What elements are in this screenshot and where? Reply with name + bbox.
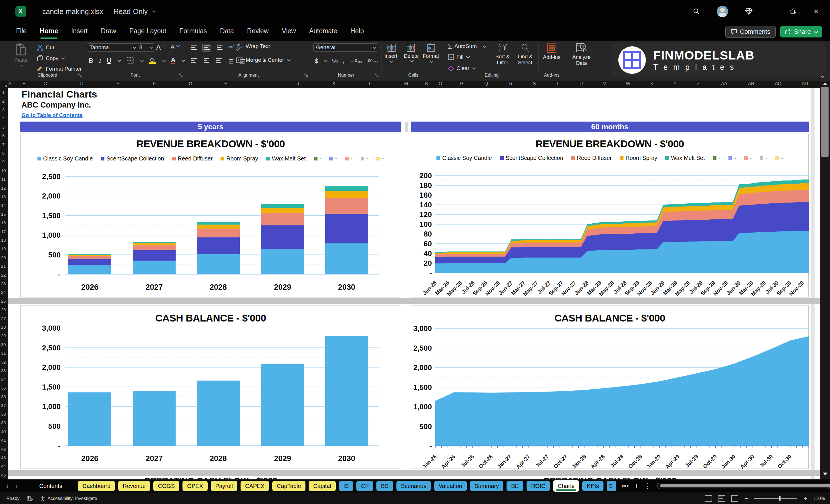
- zoom-out-button[interactable]: −: [744, 495, 748, 502]
- row-header-15[interactable]: 15: [0, 212, 7, 217]
- zoom-in-button[interactable]: +: [803, 495, 807, 502]
- chevron-down-icon[interactable]: [153, 9, 156, 13]
- row-header-4[interactable]: 4: [0, 116, 7, 121]
- analyze-data-button[interactable]: Analyze Data: [569, 43, 594, 66]
- row-header-32[interactable]: 32: [0, 359, 7, 365]
- accessibility-status[interactable]: Accessibility: Investigate: [40, 496, 97, 501]
- column-header-R[interactable]: R: [509, 81, 513, 86]
- restore-button[interactable]: [790, 8, 797, 15]
- next-sheet-icon[interactable]: ›: [15, 482, 18, 491]
- sheet-tab-kpis[interactable]: KPIs: [582, 481, 604, 491]
- row-header-11[interactable]: 11: [0, 177, 7, 182]
- zoom-slider[interactable]: [754, 498, 797, 499]
- row-header-13[interactable]: 13: [0, 194, 7, 199]
- grow-font-button[interactable]: A^: [156, 43, 164, 52]
- row-header-2[interactable]: 2: [0, 99, 7, 103]
- scroll-up-icon[interactable]: [823, 83, 827, 85]
- column-header-Q[interactable]: Q: [484, 81, 488, 86]
- wrap-text-button[interactable]: ab c Wrap Text: [236, 43, 270, 50]
- menu-tab-file[interactable]: File: [16, 27, 27, 37]
- column-header-Z[interactable]: Z: [697, 81, 700, 86]
- chart-revenue-breakdown-60m[interactable]: REVENUE BREAKDOWN - $'000 Classic Soy Ca…: [411, 133, 809, 297]
- menu-tab-home[interactable]: Home: [40, 27, 58, 37]
- table-of-contents-link[interactable]: Go to Table of Contents: [22, 112, 83, 119]
- column-header-P[interactable]: P: [460, 81, 463, 86]
- decrease-indent-button[interactable]: [227, 58, 235, 65]
- sheet-tab-captable[interactable]: CapTable: [272, 481, 306, 491]
- more-sheets-icon[interactable]: •••: [621, 482, 629, 490]
- row-header-5[interactable]: 5: [0, 125, 7, 130]
- chart-revenue-breakdown-5y[interactable]: REVENUE BREAKDOWN - $'000 Classic Soy Ca…: [20, 133, 401, 297]
- column-header-V[interactable]: V: [603, 81, 606, 86]
- column-header-T[interactable]: T: [556, 81, 559, 86]
- row-header-31[interactable]: 31: [0, 351, 7, 355]
- row-header-33[interactable]: 33: [0, 368, 7, 373]
- copy-button[interactable]: Copy: [37, 55, 64, 62]
- close-button[interactable]: ×: [813, 7, 819, 16]
- font-color-button[interactable]: A: [171, 57, 175, 64]
- column-header-L[interactable]: L: [369, 81, 372, 86]
- column-header-A[interactable]: A: [8, 81, 11, 86]
- chevron-down-icon[interactable]: [324, 59, 327, 62]
- sheet-tab-roic[interactable]: ROIC: [526, 481, 550, 491]
- share-button[interactable]: Share: [780, 26, 822, 37]
- row-header-37[interactable]: 37: [0, 403, 7, 408]
- autosum-button[interactable]: Σ AutoSum: [448, 42, 486, 50]
- row-header-35[interactable]: 35: [0, 385, 7, 390]
- premium-gem-icon[interactable]: [745, 8, 753, 15]
- column-header-I[interactable]: I: [261, 81, 262, 86]
- percent-format-button[interactable]: %: [332, 57, 338, 65]
- italic-button[interactable]: I: [99, 57, 101, 64]
- paste-button[interactable]: Paste: [14, 43, 28, 66]
- row-header-22[interactable]: 22: [0, 273, 7, 278]
- row-header-34[interactable]: 34: [0, 377, 7, 382]
- sheet-tab-capital[interactable]: Capital: [309, 481, 336, 491]
- column-header-O[interactable]: O: [439, 81, 442, 86]
- add-ins-button[interactable]: Add-ins: [541, 43, 562, 60]
- sheet-tab-opex[interactable]: OPEX: [183, 481, 208, 491]
- menu-tab-help[interactable]: Help: [350, 27, 364, 37]
- column-header-D[interactable]: D: [80, 81, 84, 86]
- sheet-tab-cogs[interactable]: COGS: [153, 481, 179, 491]
- font-dialog-launcher[interactable]: [179, 73, 183, 77]
- row-header-45[interactable]: 45: [0, 473, 7, 477]
- vertical-scroll-thumb[interactable]: [821, 87, 829, 157]
- shrink-font-button[interactable]: A: [170, 43, 179, 51]
- clipboard-dialog-launcher[interactable]: [78, 73, 82, 77]
- sheet-tab-dashboard[interactable]: Dashboard: [78, 481, 115, 491]
- chevron-down-icon[interactable]: [182, 58, 185, 62]
- menu-tab-data[interactable]: Data: [220, 27, 234, 37]
- column-header-F[interactable]: F: [153, 81, 156, 86]
- align-middle-button[interactable]: [202, 44, 211, 52]
- row-header-7[interactable]: 7: [0, 142, 7, 147]
- align-right-button[interactable]: [215, 57, 223, 66]
- row-header-43[interactable]: 43: [0, 455, 7, 460]
- font-size-select[interactable]: 8: [137, 43, 155, 52]
- sheet-tab-contents[interactable]: Contents: [35, 481, 67, 491]
- column-header-G[interactable]: G: [189, 81, 192, 86]
- prev-sheet-icon[interactable]: ‹: [6, 482, 9, 491]
- row-header-29[interactable]: 29: [0, 333, 7, 338]
- find-select-button[interactable]: Find & Select: [515, 43, 535, 65]
- comma-format-button[interactable]: ,: [343, 57, 345, 65]
- row-header-44[interactable]: 44: [0, 464, 7, 469]
- row-header-20[interactable]: 20: [0, 255, 7, 260]
- sheet-tab-capex[interactable]: CAPEX: [241, 481, 269, 491]
- sheet-tab-s[interactable]: S: [607, 481, 616, 491]
- row-header-10[interactable]: 10: [0, 168, 7, 173]
- sheet-tab-bs[interactable]: BS: [376, 481, 393, 491]
- sheet-tab-valuation[interactable]: Valuation: [434, 481, 467, 491]
- increase-decimal-button[interactable]: ←.0.00: [350, 58, 362, 64]
- menu-tab-view[interactable]: View: [282, 27, 296, 37]
- row-header-42[interactable]: 42: [0, 446, 7, 451]
- sheet-tab-summary[interactable]: Summary: [470, 481, 504, 491]
- fill-color-button[interactable]: [149, 58, 156, 64]
- column-header-X[interactable]: X: [650, 81, 653, 86]
- column-header-M[interactable]: M: [404, 81, 408, 86]
- menu-tab-automate[interactable]: Automate: [309, 27, 337, 37]
- column-header-B[interactable]: B: [23, 81, 26, 86]
- decrease-decimal-button[interactable]: .00→.0: [367, 58, 379, 64]
- user-avatar[interactable]: [717, 6, 728, 17]
- sheet-tab-revenue[interactable]: Revenue: [118, 481, 150, 491]
- sort-filter-button[interactable]: A Z Sort & Filter: [492, 43, 513, 65]
